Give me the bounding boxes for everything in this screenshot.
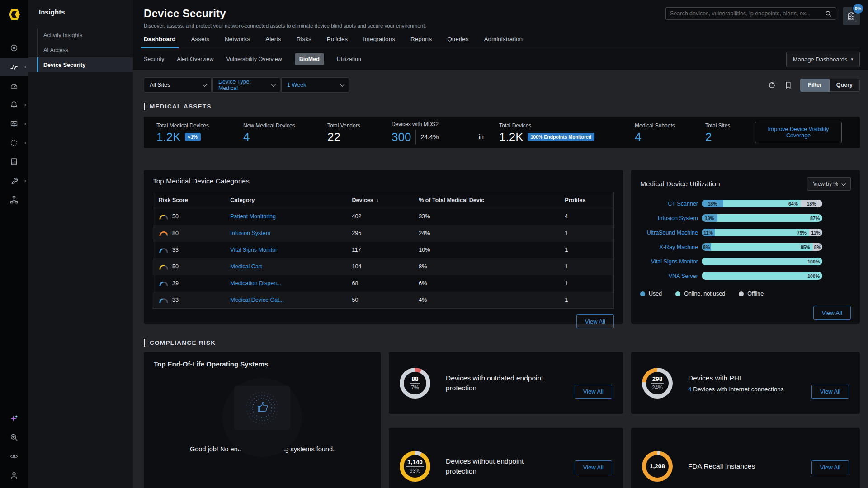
tab-dashboard[interactable]: Dashboard — [144, 36, 176, 48]
search-icon[interactable] — [825, 10, 832, 17]
utilization-view-all-button[interactable]: View All — [813, 306, 851, 320]
stat-value-row: 1.2K100% Endpoints Monitored — [499, 131, 635, 143]
scope-icon — [9, 43, 19, 52]
profiles-cell: 1 — [559, 292, 613, 309]
category-link[interactable]: Vital Signs Monitor — [225, 242, 346, 258]
profiles-cell: 1 — [559, 225, 613, 242]
time-range-dropdown[interactable]: 1 Week — [281, 77, 349, 93]
search-input[interactable] — [670, 10, 825, 17]
rail-item-tools-wrench[interactable]: › — [0, 172, 28, 190]
category-link[interactable]: Medication Dispen... — [225, 275, 346, 292]
column-header-devices[interactable]: Devices↓ — [347, 192, 414, 208]
rail-item-network-topology[interactable] — [0, 191, 28, 209]
utilization-bars: CT Scanner18%64%18%Infusion System13%87%… — [640, 200, 851, 280]
risk-score-cell: 80 — [153, 225, 225, 242]
subtab-alert-overview[interactable]: Alert Overview — [177, 56, 213, 62]
donut-count: 298 — [651, 375, 664, 384]
site-filter-dropdown[interactable]: All Sites — [144, 77, 212, 93]
column-header-profiles[interactable]: Profiles — [559, 192, 613, 208]
bar-segment-online-not-used: 87% — [717, 214, 822, 222]
improve-device-visibility-button[interactable]: Improve Device Visibility Coverage — [755, 122, 842, 143]
subtab-biomed[interactable]: BioMed — [295, 53, 324, 65]
utilization-device-link[interactable]: Infusion System — [640, 215, 698, 221]
categories-view-all-button[interactable]: View All — [576, 314, 614, 328]
chevron-right-icon: › — [24, 101, 26, 108]
risk-gauge-icon — [159, 247, 169, 253]
card-view-all-button[interactable]: View All — [811, 385, 849, 399]
manage-dashboards-button[interactable]: Manage Dashboards ▾ — [786, 52, 860, 67]
utilization-device-link[interactable]: X-Ray Machine — [640, 244, 698, 250]
setup-checklist-button[interactable]: 0% — [843, 7, 860, 25]
table-row: 50Medical Cart1048%1 — [153, 258, 614, 275]
stat-infix-text: in — [479, 124, 499, 141]
column-header-category[interactable]: Category — [225, 192, 346, 208]
device-type-filter-dropdown[interactable]: Device Type: Medical — [212, 77, 280, 93]
devices-cell: 68 — [347, 275, 414, 292]
rail-item-search-investigate[interactable] — [0, 428, 28, 446]
icon-rail: ››››› — [0, 0, 28, 488]
sidebar-item-ai-access[interactable]: AI Access — [28, 42, 133, 57]
filter-button[interactable]: Filter — [800, 79, 830, 92]
category-link[interactable]: Medical Device Gat... — [225, 292, 346, 309]
sidebar-section-title: Insights — [28, 8, 133, 16]
legend-dot — [739, 291, 744, 296]
rail-item-dashboard-gauge[interactable] — [0, 77, 28, 95]
query-button[interactable]: Query — [830, 79, 860, 92]
fusion-dotted-circle-icon — [9, 138, 19, 147]
subtab-utilization[interactable]: Utilization — [337, 56, 361, 62]
donut-chart: 1,208 — [642, 451, 673, 482]
tab-integrations[interactable]: Integrations — [363, 36, 395, 48]
utilization-row: X-Ray Machine8%85%8% — [640, 243, 851, 251]
percent-cell: 10% — [413, 242, 559, 258]
card-view-all-button[interactable]: View All — [811, 460, 849, 474]
bar-segment-online-not-used: 79% — [715, 229, 809, 236]
column-header-risk-score[interactable]: Risk Score — [153, 192, 225, 208]
donut-chart: 29824% — [642, 368, 673, 399]
rail-item-scope[interactable] — [0, 39, 28, 57]
tab-queries[interactable]: Queries — [447, 36, 468, 48]
sidebar-item-device-security[interactable]: Device Security — [28, 57, 133, 72]
rail-item-charlotte-ai[interactable] — [0, 409, 28, 427]
brand-logo[interactable] — [0, 0, 28, 29]
global-search[interactable] — [665, 7, 836, 20]
utilization-device-link[interactable]: CT Scanner — [640, 201, 698, 207]
legend-label: Used — [649, 291, 662, 297]
category-link[interactable]: Medical Cart — [225, 258, 346, 275]
reset-refresh-button[interactable] — [768, 81, 776, 89]
rail-item-fusion-dotted-circle[interactable]: › — [0, 134, 28, 152]
donut-center: 29824% — [646, 372, 669, 394]
column-header--of-total-medical-devic[interactable]: % of Total Medical Devic — [413, 192, 559, 208]
tab-risks[interactable]: Risks — [297, 36, 311, 48]
category-link[interactable]: Patient Monitoring — [225, 208, 346, 225]
utilization-device-link[interactable]: Vital Signs Monitor — [640, 258, 698, 265]
tab-networks[interactable]: Networks — [225, 36, 250, 48]
utilization-device-link[interactable]: UltraSound Machine — [640, 230, 698, 236]
chevron-down-icon — [203, 82, 207, 87]
subtab-security[interactable]: Security — [144, 56, 164, 62]
rail-item-insights[interactable]: › — [0, 58, 28, 76]
card-title: FDA Recall Instances — [688, 461, 790, 471]
tab-reports[interactable]: Reports — [410, 36, 432, 48]
tab-alerts[interactable]: Alerts — [265, 36, 281, 48]
bookmark-button[interactable] — [784, 81, 792, 89]
card-view-all-button[interactable]: View All — [575, 385, 612, 399]
card-view-all-button[interactable]: View All — [575, 460, 612, 474]
chevron-right-icon: › — [24, 120, 26, 127]
risk-score-value: 50 — [172, 213, 179, 220]
tab-policies[interactable]: Policies — [327, 36, 348, 48]
stat-value: 4 — [635, 131, 641, 143]
tab-administration[interactable]: Administration — [484, 36, 523, 48]
donut-percent: 7% — [411, 385, 419, 391]
sidebar-item-activity-insights[interactable]: Activity Insights — [28, 28, 133, 42]
rail-item-alerts-bell[interactable]: › — [0, 96, 28, 114]
sort-descending-icon[interactable]: ↓ — [376, 197, 379, 203]
utilization-device-link[interactable]: VNA Server — [640, 273, 698, 279]
rail-item-exposure-report[interactable] — [0, 153, 28, 171]
subtab-vulnerability-overview[interactable]: Vulnerability Overview — [226, 56, 282, 62]
category-link[interactable]: Infusion System — [225, 225, 346, 242]
view-by-dropdown[interactable]: View by % — [807, 177, 851, 191]
rail-item-user-profile[interactable] — [0, 466, 28, 484]
rail-item-visibility-eye[interactable] — [0, 447, 28, 465]
rail-item-host-management[interactable]: › — [0, 115, 28, 133]
tab-assets[interactable]: Assets — [191, 36, 210, 48]
